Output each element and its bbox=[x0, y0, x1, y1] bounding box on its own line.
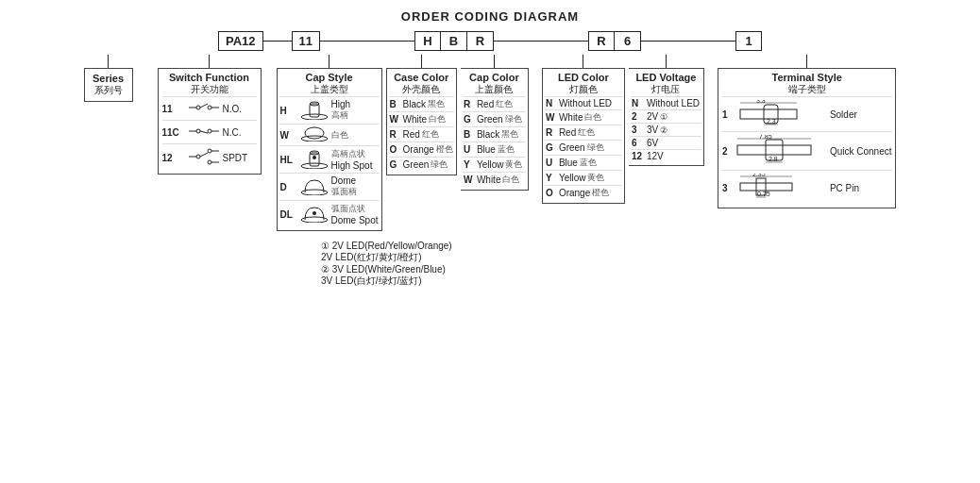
led-code-O: O bbox=[546, 188, 559, 198]
term-num-3: 3 bbox=[722, 183, 735, 193]
cap-code-DL: DL bbox=[280, 209, 297, 220]
case-row-G: G Green 绿色 bbox=[389, 157, 454, 172]
case-label-G: Green bbox=[403, 159, 430, 170]
sw-row-11c: 11C N.C. bbox=[162, 120, 257, 143]
led-code-N: N bbox=[546, 98, 559, 108]
led-volt-row-N: N Without LED bbox=[631, 96, 701, 109]
cap-label-D-en: Dome bbox=[331, 175, 357, 186]
led-code-W: W bbox=[546, 112, 559, 123]
sw-label-11: N.O. bbox=[223, 104, 243, 114]
svg-point-11 bbox=[196, 155, 200, 158]
series-wrap: Series 系列号 bbox=[84, 55, 133, 102]
led-color-row-O: O Orange 橙色 bbox=[545, 185, 622, 200]
case-code-O: O bbox=[390, 144, 403, 155]
terminal-connector bbox=[806, 55, 807, 68]
led-color-row-R: R Red 红色 bbox=[545, 125, 622, 140]
terminal-wrap: Terminal Style 端子类型 1 3.3 bbox=[718, 55, 897, 208]
led-zh-G: 绿色 bbox=[587, 142, 604, 154]
led-volt-label-3: 3V bbox=[647, 125, 658, 135]
case-color-zh: 外壳颜色 bbox=[389, 83, 454, 96]
svg-line-7 bbox=[200, 131, 208, 133]
led-code-R: R bbox=[546, 127, 559, 138]
code-6: 6 bbox=[615, 31, 641, 51]
case-zh-R: 红色 bbox=[422, 128, 439, 141]
led-code-U: U bbox=[546, 158, 559, 168]
cap-color-label-R: Red bbox=[477, 99, 494, 109]
led-color-row-N: N Without LED bbox=[545, 96, 622, 109]
page: ORDER CODING DIAGRAM PA12 11 H B R R 6 1… bbox=[0, 0, 980, 297]
code-1: 1 bbox=[735, 31, 762, 51]
sw-sym-nc-icon bbox=[187, 123, 221, 140]
case-zh-B: 黑色 bbox=[428, 98, 445, 110]
led-color-section: LED Color 灯颜色 N Without LED W White 白色 R… bbox=[542, 68, 625, 204]
led-volt-row-12: 12 12V bbox=[631, 149, 701, 162]
sw-code-12: 12 bbox=[162, 153, 185, 163]
cap-high-icon bbox=[298, 99, 330, 120]
sw-sym-no-icon bbox=[187, 99, 221, 116]
cap-color-code-Y: Y bbox=[464, 159, 477, 170]
svg-point-15 bbox=[208, 160, 211, 164]
cap-dome-spot-icon bbox=[298, 204, 330, 223]
case-row-R: R Red 红色 bbox=[389, 126, 454, 142]
cap-color-zh-R: 红色 bbox=[496, 98, 513, 110]
case-zh-W: 白色 bbox=[429, 113, 446, 125]
svg-text:2.35: 2.35 bbox=[752, 174, 766, 177]
svg-point-3 bbox=[208, 106, 211, 109]
led-volt-row-2: 2 2V ① bbox=[631, 109, 701, 123]
switch-wrap: Switch Function 开关功能 11 N.O. bbox=[158, 55, 262, 175]
cap-label-DL-zh: 弧面点状 bbox=[331, 203, 379, 215]
svg-text:3.3: 3.3 bbox=[756, 100, 766, 104]
cap-label-H-en: High bbox=[331, 99, 351, 109]
svg-text:2.3: 2.3 bbox=[767, 118, 776, 125]
sw-sym-11c bbox=[185, 123, 223, 142]
code-H: H bbox=[414, 31, 441, 51]
led-volt-label-12: 12V bbox=[647, 151, 664, 161]
led-voltage-label: LED Voltage bbox=[631, 72, 701, 83]
code-R2: R bbox=[588, 31, 615, 51]
cap-low-icon bbox=[298, 126, 330, 142]
cap-color-row-B: B Black 黑色 bbox=[463, 126, 526, 142]
svg-text:7.85: 7.85 bbox=[759, 135, 772, 140]
cap-color-code-B: B bbox=[464, 129, 477, 140]
term-num-2: 2 bbox=[722, 146, 735, 157]
case-color-wrap: Case Color 外壳颜色 B Black 黑色 W White 白色 R … bbox=[386, 55, 457, 175]
led-label-R: Red bbox=[559, 127, 576, 138]
cap-color-zh-W: 白色 bbox=[502, 174, 519, 186]
led-color-connector bbox=[583, 55, 583, 68]
sw-sym-spdt-icon bbox=[187, 146, 221, 167]
switch-label: Switch Function bbox=[162, 72, 257, 83]
series-connector bbox=[108, 55, 109, 68]
led-volt-label-6: 6V bbox=[647, 138, 658, 148]
led-volt-code-2: 2 bbox=[632, 111, 647, 122]
cap-color-code-G: G bbox=[464, 114, 477, 125]
case-label-R: Red bbox=[403, 129, 420, 140]
cap-color-zh-B: 黑色 bbox=[501, 128, 518, 141]
page-title: ORDER CODING DIAGRAM bbox=[19, 9, 961, 24]
term-row-3: 3 2.35 0.75 PC Pin bbox=[721, 170, 893, 205]
led-volt-row-6: 6 6V bbox=[631, 136, 701, 149]
cap-color-row-U: U Blue 蓝色 bbox=[463, 142, 526, 157]
cap-color-section: Cap Color 上盖颜色 R Red 红色 G Green 绿色 B Bla… bbox=[461, 68, 529, 191]
cap-label-HL-zh: 高柄点状 bbox=[331, 148, 373, 160]
terminal-zh: 端子类型 bbox=[721, 83, 893, 96]
term-diagram-2: 7.85 2.8 bbox=[735, 135, 830, 167]
cap-label-H-zh: 高柄 bbox=[331, 109, 351, 122]
term-label-3: PC Pin bbox=[830, 183, 859, 193]
cap-color-row-G: G Green 绿色 bbox=[463, 111, 526, 126]
cap-code-W: W bbox=[280, 130, 297, 141]
term-row-1: 1 3.3 2.3 Solder bbox=[721, 96, 893, 131]
led-volt-code-N: N bbox=[632, 98, 647, 108]
cap-label-D-zh: 弧面柄 bbox=[331, 186, 357, 198]
case-code-R: R bbox=[390, 129, 403, 140]
led-color-row-U: U Blue 蓝色 bbox=[545, 155, 622, 170]
series-zh: 系列号 bbox=[91, 84, 127, 97]
switch-section: Switch Function 开关功能 11 N.O. bbox=[158, 68, 262, 175]
cap-dome-icon bbox=[298, 176, 330, 195]
led-volt-row-3: 3 3V ② bbox=[631, 123, 701, 136]
cap-color-row-Y: Y Yellow 黄色 bbox=[463, 157, 526, 172]
led-color-label: LED Color bbox=[545, 72, 622, 83]
led-color-zh: 灯颜色 bbox=[545, 83, 622, 96]
cap-wrap: Cap Style 上盖类型 H High 高柄 bbox=[277, 55, 382, 231]
cap-color-connector bbox=[494, 55, 495, 68]
cap-row-W: W 白色 bbox=[279, 124, 380, 145]
